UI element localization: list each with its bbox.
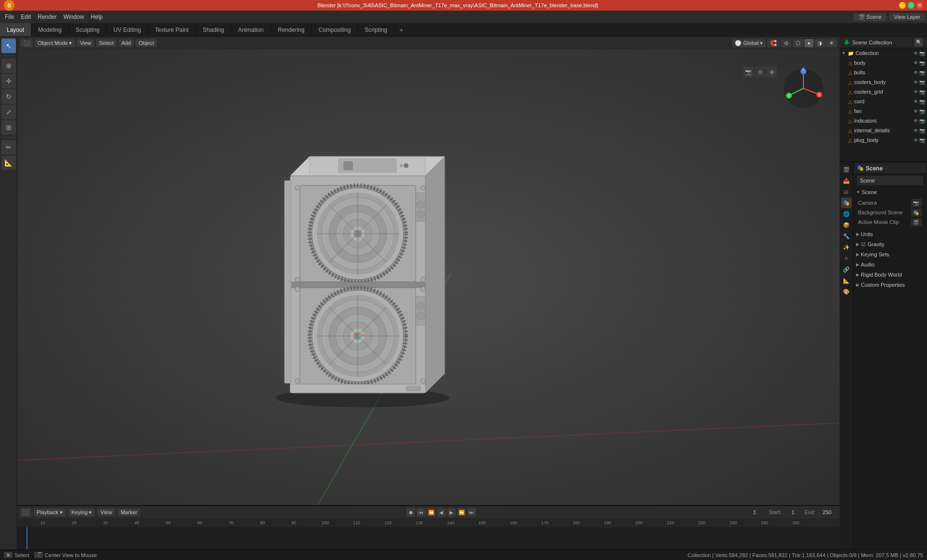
coolers-body-render-icon[interactable]: 📷: [919, 80, 925, 85]
measure-tool-button[interactable]: 📐: [1, 155, 16, 170]
end-frame-input[interactable]: 250: [817, 509, 837, 516]
move-tool-button[interactable]: ✛: [1, 74, 16, 88]
outliner-item-collection[interactable]: ▼ 📁 Collection 👁 📷: [840, 48, 927, 58]
material-props-tab[interactable]: 🎨: [841, 286, 852, 297]
render-props-tab[interactable]: 🎬: [841, 164, 852, 175]
fan-eye-icon[interactable]: 👁: [913, 109, 918, 114]
annotate-tool-button[interactable]: ✏: [1, 140, 16, 154]
cursor-tool-button[interactable]: ⊕: [1, 58, 16, 73]
tab-texture-paint[interactable]: Texture Paint: [148, 23, 196, 36]
outliner-item-body[interactable]: △ body 👁 📷: [840, 58, 927, 68]
close-button[interactable]: ✕: [916, 2, 923, 9]
snap-button[interactable]: 🧲: [767, 39, 780, 47]
internal-details-render-icon[interactable]: 📷: [919, 128, 925, 133]
view-layer-selector[interactable]: View Layer: [889, 13, 925, 21]
minimize-button[interactable]: ─: [899, 2, 906, 9]
modifier-props-tab[interactable]: 🔧: [841, 231, 852, 241]
scene-name-input[interactable]: Scene: [857, 176, 923, 185]
proportional-button[interactable]: ⊙: [781, 39, 791, 47]
transform-global-button[interactable]: ⚪ Global ▾: [732, 39, 766, 47]
outliner-item-bolts[interactable]: △ bolts 👁 📷: [840, 68, 927, 77]
tab-shading[interactable]: Shading: [196, 23, 231, 36]
start-frame-input[interactable]: 1: [783, 509, 802, 516]
add-menu-button[interactable]: Add: [119, 39, 134, 47]
view-menu-button[interactable]: View: [77, 39, 94, 47]
view-layer-props-tab[interactable]: 🗂: [841, 186, 852, 197]
outliner-item-coolers-grid[interactable]: △ coolers_grid 👁 📷: [840, 87, 927, 97]
scale-tool-button[interactable]: ⤢: [1, 105, 16, 119]
gravity-checkbox-icon[interactable]: ☑: [861, 241, 866, 248]
keying-menu-button[interactable]: Keying ▾: [69, 508, 95, 517]
plug-body-eye-icon[interactable]: 👁: [913, 138, 918, 143]
menu-window[interactable]: Window: [60, 13, 87, 21]
tab-sculpting[interactable]: Sculpting: [69, 23, 107, 36]
play-reverse-button[interactable]: ◀: [437, 508, 446, 517]
plug-body-render-icon[interactable]: 📷: [919, 138, 925, 143]
keying-sets-section-header[interactable]: ▶ Keying Sets: [854, 250, 926, 259]
jump-end-button[interactable]: ⏭: [467, 508, 476, 517]
menu-edit[interactable]: Edit: [18, 13, 34, 21]
tab-layout[interactable]: Layout: [0, 23, 31, 36]
next-frame-button[interactable]: ⏩: [457, 508, 466, 517]
record-button[interactable]: ⏺: [407, 508, 415, 517]
camera-field[interactable]: 📷: [911, 199, 922, 207]
background-scene-field[interactable]: 🎭: [911, 209, 922, 217]
outliner-item-cord[interactable]: △ cord 👁 📷: [840, 97, 927, 106]
play-button[interactable]: ▶: [447, 508, 456, 517]
prev-frame-button[interactable]: ⏪: [427, 508, 435, 517]
material-shading-button[interactable]: ◑: [815, 39, 825, 47]
indicators-eye-icon[interactable]: 👁: [913, 118, 918, 124]
outliner-item-fan[interactable]: △ fan 👁 📷: [840, 106, 927, 116]
object-props-tab[interactable]: 📦: [841, 220, 852, 230]
indicators-render-icon[interactable]: 📷: [919, 118, 925, 124]
wireframe-shading-button[interactable]: ⬡: [793, 39, 803, 47]
maximize-button[interactable]: □: [908, 2, 914, 9]
editor-type-button[interactable]: ⬛: [20, 39, 33, 47]
bolts-eye-icon[interactable]: 👁: [913, 70, 918, 75]
internal-details-eye-icon[interactable]: 👁: [913, 128, 918, 133]
jump-start-button[interactable]: ⏮: [417, 508, 425, 517]
select-tool-button[interactable]: ↖: [1, 39, 16, 53]
rotate-tool-button[interactable]: ↻: [1, 89, 16, 104]
transform-tool-button[interactable]: ⊞: [1, 120, 16, 135]
select-menu-button[interactable]: Select: [96, 39, 117, 47]
tab-modeling[interactable]: Modeling: [31, 23, 69, 36]
tab-rendering[interactable]: Rendering: [271, 23, 311, 36]
rigid-body-section-header[interactable]: ▶ Rigid Body World: [854, 270, 926, 280]
gizmo-button[interactable]: ⊕: [766, 67, 777, 77]
object-menu-button[interactable]: Object: [136, 39, 157, 47]
body-eye-icon[interactable]: 👁: [913, 60, 918, 66]
playback-menu-button[interactable]: Playback ▾: [34, 508, 66, 517]
timeline-editor-button[interactable]: ⬛: [20, 508, 31, 517]
coolers-body-eye-icon[interactable]: 👁: [913, 80, 918, 85]
gravity-section-header[interactable]: ▶ ☑ Gravity: [854, 239, 926, 249]
body-render-icon[interactable]: 📷: [919, 60, 925, 66]
cord-render-icon[interactable]: 📷: [919, 99, 925, 104]
cord-eye-icon[interactable]: 👁: [913, 99, 918, 104]
data-props-tab[interactable]: 📐: [841, 275, 852, 286]
tab-scripting[interactable]: Scripting: [358, 23, 394, 36]
constraints-props-tab[interactable]: 🔗: [841, 264, 852, 275]
object-mode-button[interactable]: Object Mode ▾: [35, 39, 75, 47]
menu-help[interactable]: Help: [88, 13, 106, 21]
scene-section-header[interactable]: ▼ Scene: [854, 187, 926, 197]
solid-shading-button[interactable]: ●: [804, 39, 814, 47]
world-props-tab[interactable]: 🌐: [841, 209, 852, 219]
menu-render[interactable]: Render: [35, 13, 59, 21]
output-props-tab[interactable]: 📤: [841, 175, 852, 186]
menu-file[interactable]: File: [2, 13, 17, 21]
scene-props-tab[interactable]: 🎭: [841, 197, 852, 208]
viewport-overlay-button[interactable]: ⊙: [755, 67, 765, 77]
timeline-view-button[interactable]: View: [98, 508, 115, 516]
physics-props-tab[interactable]: ⚛: [841, 253, 852, 264]
collection-render-icon[interactable]: 📷: [919, 51, 925, 56]
viewport-3d[interactable]: ⬛ Object Mode ▾ View Select Add Object ⚪: [17, 37, 840, 505]
rendered-shading-button[interactable]: ☀: [826, 39, 837, 47]
outliner-item-plug-body[interactable]: △ plug_body 👁 📷: [840, 135, 927, 145]
scene-selector[interactable]: 🎬 Scene: [854, 13, 886, 21]
units-section-header[interactable]: ▶ Units: [854, 229, 926, 239]
collection-eye-icon[interactable]: 👁: [913, 51, 918, 56]
particles-props-tab[interactable]: ✨: [841, 242, 852, 252]
navigation-gizmo[interactable]: Z X Y: [782, 67, 825, 110]
outliner-filter-button[interactable]: 🔍: [914, 38, 923, 47]
